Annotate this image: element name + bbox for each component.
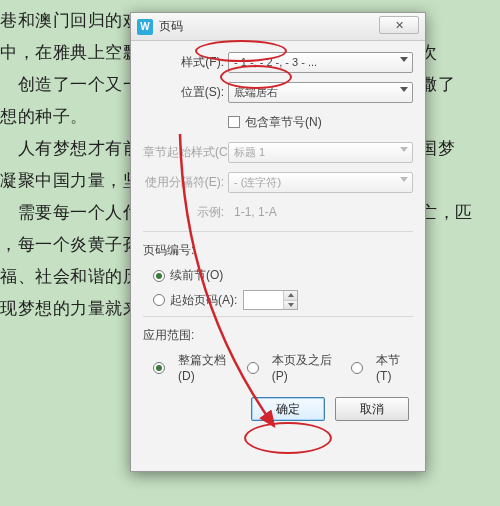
close-icon: ✕ [395,19,404,32]
whole-doc-radio[interactable] [153,362,165,374]
after-page-label: 本页及之后(P) [272,352,343,383]
chevron-down-icon [400,57,408,62]
chapter-style-label: 章节起始样式(C): [143,144,228,161]
titlebar[interactable]: W 页码 ✕ [131,13,425,41]
page-number-dialog: W 页码 ✕ 样式(F): - 1 -, - 2 -, - 3 - ... 位置… [130,12,426,472]
scope-header: 应用范围: [143,327,413,344]
dialog-body: 样式(F): - 1 -, - 2 -, - 3 - ... 位置(S): 底端… [131,41,425,429]
close-button[interactable]: ✕ [379,16,419,34]
numbering-header: 页码编号: [143,242,413,259]
ok-button[interactable]: 确定 [251,397,325,421]
position-combo[interactable]: 底端居右 [228,82,413,103]
example-value: 1-1, 1-A [228,205,281,219]
style-combo[interactable]: - 1 -, - 2 -, - 3 - ... [228,52,413,73]
chapter-checkbox[interactable] [228,116,240,128]
after-page-radio[interactable] [247,362,259,374]
chapter-checkbox-label: 包含章节号(N) [245,114,322,131]
dialog-title: 页码 [159,18,183,35]
startat-spinner[interactable] [243,290,298,310]
chevron-down-icon [400,87,408,92]
section-radio[interactable] [351,362,363,374]
continue-radio[interactable] [153,270,165,282]
chevron-down-icon [400,147,408,152]
cancel-button[interactable]: 取消 [335,397,409,421]
example-label: 示例: [143,204,228,221]
style-label: 样式(F): [143,54,228,71]
section-label: 本节(T) [376,352,413,383]
position-label: 位置(S): [143,84,228,101]
whole-doc-label: 整篇文档(D) [178,352,239,383]
startat-radio[interactable] [153,294,165,306]
continue-label: 续前节(O) [170,267,223,284]
app-icon: W [137,19,153,35]
spin-up[interactable] [283,291,297,301]
chapter-style-combo: 标题 1 [228,142,413,163]
startat-label: 起始页码(A): [170,292,237,309]
separator-combo: - (连字符) [228,172,413,193]
chevron-down-icon [400,177,408,182]
separator-label: 使用分隔符(E): [143,174,228,191]
spin-down[interactable] [283,301,297,310]
